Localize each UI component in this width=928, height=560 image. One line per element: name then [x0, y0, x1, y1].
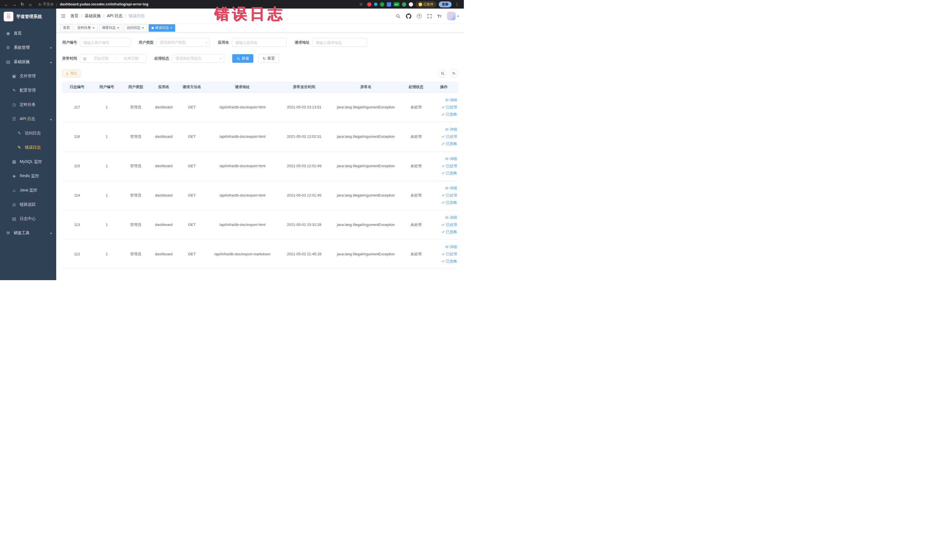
browser-home-button[interactable]: ⌂	[27, 1, 34, 8]
detail-link[interactable]: 详细	[431, 214, 457, 221]
detail-link-label: 详细	[450, 96, 457, 104]
detail-link[interactable]: 详细	[431, 243, 457, 250]
sidebar-item-dev-tools[interactable]: ⚒ 研发工具 ▾	[0, 226, 56, 240]
fullscreen-icon[interactable]	[427, 14, 432, 18]
tab-home[interactable]: 首页	[60, 24, 73, 32]
cell-actions: 详细已处理已忽略	[430, 151, 458, 181]
detail-link[interactable]: 详细	[431, 155, 457, 162]
sidebar-item-label: 定时任务	[20, 102, 36, 107]
browser-menu-icon[interactable]: ⋮	[454, 2, 460, 6]
cell-exception-time: 2021-05-02 21:45:28	[279, 240, 330, 269]
app-name-input[interactable]	[232, 38, 287, 47]
user-id-input[interactable]	[80, 38, 131, 47]
detail-link[interactable]: 详细	[431, 126, 457, 133]
processed-link[interactable]: 已处理	[431, 250, 457, 258]
processed-link[interactable]: 已处理	[431, 104, 457, 111]
sidebar-item-link-tracing[interactable]: ◎ 链路追踪	[0, 197, 56, 212]
toggle-search-button[interactable]	[438, 69, 447, 78]
extension-icon-teal[interactable]	[374, 3, 377, 6]
sidebar-item-scheduled-jobs[interactable]: ◷ 定时任务	[0, 98, 56, 112]
processed-link[interactable]: 已处理	[431, 162, 457, 169]
tab-scheduled-jobs[interactable]: 定时任务 ×	[75, 24, 98, 32]
processed-link[interactable]: 已处理	[431, 133, 457, 140]
browser-update-button[interactable]: 更新	[439, 2, 452, 8]
cell-user-id: 1	[92, 181, 122, 210]
browser-forward-button[interactable]: →	[11, 1, 18, 8]
table-row: 1131管理员dashboardGET/api/infra/db-doc/exp…	[62, 210, 458, 240]
search-button[interactable]: 搜索	[232, 54, 253, 63]
ignored-link[interactable]: 已忽略	[431, 199, 457, 206]
extension-icon-blue[interactable]	[387, 2, 391, 6]
sidebar-item-system[interactable]: ⚙ 系统管理 ▾	[0, 41, 56, 55]
extension-icon-on-badge[interactable]: on	[394, 2, 399, 6]
tab-access-log[interactable]: 访问日志 ×	[124, 24, 147, 32]
processed-link[interactable]: 已处理	[431, 192, 457, 199]
extension-icon-green[interactable]	[380, 2, 384, 6]
filter-row-1: 用户编号 用户类型 请选择用户类型 ▾ 应用名 请求地址	[62, 38, 458, 47]
breadcrumb-infrastructure[interactable]: 基础设施	[85, 14, 101, 18]
process-status-select[interactable]: 请选择处理状态 ▾	[172, 54, 224, 63]
paused-badge[interactable]: 已暂停	[416, 2, 437, 8]
sidebar-item-java-monitor[interactable]: ☕ Java 监控	[0, 183, 56, 197]
tab-close-icon[interactable]: ×	[92, 26, 95, 30]
extension-icon-paw[interactable]	[409, 2, 413, 6]
detail-link[interactable]: 详细	[431, 96, 457, 104]
browser-back-button[interactable]: ←	[3, 1, 10, 8]
ignored-link[interactable]: 已忽略	[431, 258, 457, 265]
cell-log-id: 116	[62, 122, 92, 151]
sidebar-item-mysql-monitor[interactable]: ▦ MySQL 监控	[0, 155, 56, 169]
reset-button[interactable]: ↻ 重置	[258, 54, 279, 63]
breadcrumb-home[interactable]: 首页	[70, 14, 78, 18]
cell-exception-time: 2021-05-02 23:32:28	[279, 210, 330, 240]
sidebar-item-log-center[interactable]: ▤ 日志中心	[0, 212, 56, 226]
user-id-label: 用户编号	[62, 40, 77, 45]
sidebar-item-infrastructure[interactable]: ▤ 基础设施 ▴	[0, 55, 56, 69]
ignored-link[interactable]: 已忽略	[431, 140, 457, 147]
github-icon[interactable]	[406, 14, 411, 19]
ignored-link[interactable]: 已忽略	[431, 169, 457, 177]
ignored-link-label: 已忽略	[446, 111, 457, 118]
sidebar-item-access-log[interactable]: ✎ 访问日志	[0, 126, 56, 140]
tab-schedule-log[interactable]: 调度日志 ×	[99, 24, 122, 32]
tab-close-icon[interactable]: ×	[170, 26, 172, 30]
sidebar-item-error-log[interactable]: ✎ 错误日志	[0, 140, 56, 155]
refresh-table-button[interactable]: ↻	[450, 69, 458, 78]
extension-icon-red[interactable]	[367, 2, 371, 6]
tab-close-icon[interactable]: ×	[117, 26, 119, 30]
user-avatar-menu[interactable]: ▾	[447, 12, 459, 20]
ignored-link[interactable]: 已忽略	[431, 228, 457, 235]
request-url-input[interactable]	[312, 38, 367, 47]
bookmark-star-icon[interactable]: ☆	[358, 1, 365, 8]
cell-request-method: GET	[178, 151, 206, 181]
extension-icon-leaf[interactable]	[402, 2, 406, 6]
cell-app-name: dashboard	[150, 240, 178, 269]
column-header-status: 处理状态	[402, 82, 430, 92]
processed-link[interactable]: 已处理	[431, 221, 457, 228]
cell-app-name: dashboard	[150, 181, 178, 210]
export-button[interactable]: 导出	[62, 69, 81, 77]
search-icon[interactable]	[396, 14, 400, 18]
sidebar-item-home[interactable]: ◉ 首页	[0, 26, 56, 41]
ignored-link[interactable]: 已忽略	[431, 111, 457, 118]
top-navbar: 首页 / 基础设施 / API 日志 / 错误日志 ?	[56, 9, 464, 23]
cell-actions: 详细已处理已忽略	[430, 181, 458, 210]
process-status-placeholder: 请选择处理状态	[176, 56, 220, 61]
user-type-select[interactable]: 请选择用户类型 ▾	[156, 38, 210, 47]
address-bar[interactable]: ⚠ 不安全 | dashboard.yudao.iocoder.cn/infra…	[38, 2, 357, 7]
sidebar-item-redis-monitor[interactable]: ◈ Redis 监控	[0, 169, 56, 183]
detail-link[interactable]: 详细	[431, 185, 457, 192]
tab-error-log[interactable]: 错误日志 ×	[149, 24, 176, 32]
ignored-link-label: 已忽略	[446, 140, 457, 147]
breadcrumb-api-logs[interactable]: API 日志	[107, 14, 122, 18]
browser-reload-button[interactable]: ↻	[19, 1, 26, 8]
cell-user-id: 1	[92, 122, 122, 151]
sidebar-item-api-logs[interactable]: ☰ API 日志 ▴	[0, 112, 56, 126]
sidebar-toggle-icon[interactable]	[61, 14, 66, 18]
tab-close-icon[interactable]: ×	[142, 26, 144, 30]
sidebar-item-config-management[interactable]: ✎ 配置管理	[0, 83, 56, 98]
cell-request-method: GET	[178, 210, 206, 240]
help-icon[interactable]: ?	[417, 14, 422, 18]
font-size-icon[interactable]: TT	[437, 14, 442, 18]
exception-time-range-picker[interactable]: ▦ 开始日期 - 结束日期	[80, 54, 147, 63]
sidebar-item-file-management[interactable]: ▣ 文件管理	[0, 69, 56, 83]
